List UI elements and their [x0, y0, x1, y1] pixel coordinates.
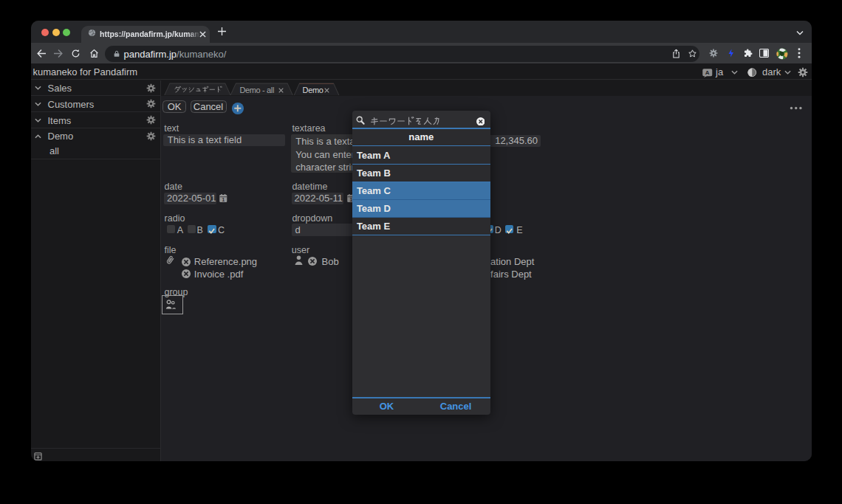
svg-text:A: A: [705, 69, 710, 76]
svg-text:1: 1: [222, 197, 225, 202]
